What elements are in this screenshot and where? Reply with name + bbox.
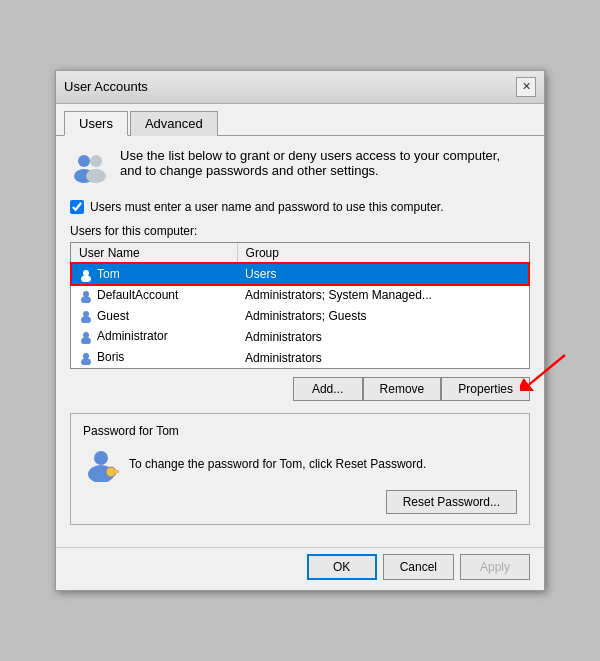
svg-point-16 [94,451,108,465]
info-row: Use the list below to grant or deny user… [70,148,530,188]
remove-button[interactable]: Remove [363,377,442,401]
must-enter-password-row: Users must enter a user name and passwor… [70,200,530,214]
user-row-icon [79,289,93,303]
close-button[interactable]: ✕ [516,77,536,97]
user-row-icon [79,268,93,282]
svg-point-2 [90,155,102,167]
must-enter-password-label: Users must enter a user name and passwor… [90,200,444,214]
tab-bar: Users Advanced [56,104,544,135]
user-icon-large [70,148,110,188]
svg-point-3 [86,169,106,183]
tab-advanced[interactable]: Advanced [130,111,218,136]
password-section-title: Password for Tom [83,424,517,438]
svg-point-11 [81,337,91,344]
svg-rect-19 [114,470,119,473]
password-description: To change the password for Tom, click Re… [129,457,517,471]
svg-line-15 [529,355,565,385]
user-row-icon [79,351,93,365]
table-row[interactable]: AdministratorAdministrators [71,326,529,347]
must-enter-password-checkbox[interactable] [70,200,84,214]
user-table-wrapper: User Name Group TomUsersDefaultAccountAd… [70,242,530,369]
svg-point-7 [81,296,91,303]
svg-point-13 [81,358,91,365]
svg-point-9 [81,316,91,323]
properties-button[interactable]: Properties [441,377,530,401]
reset-password-button[interactable]: Reset Password... [386,490,517,514]
user-row-icon [79,330,93,344]
reset-password-row: Reset Password... [83,490,517,514]
tab-content: Use the list below to grant or deny user… [56,135,544,547]
add-button[interactable]: Add... [293,377,363,401]
table-row[interactable]: TomUsers [71,263,529,284]
cancel-button[interactable]: Cancel [383,554,454,580]
col-header-username: User Name [71,243,237,264]
user-row-icon [79,309,93,323]
window-title: User Accounts [64,79,148,94]
user-accounts-window: User Accounts ✕ Users Advanced Use the l… [55,70,545,591]
bottom-button-row: OK Cancel Apply [56,547,544,590]
password-inner: To change the password for Tom, click Re… [83,446,517,482]
user-table: User Name Group TomUsersDefaultAccountAd… [71,243,529,368]
table-row[interactable]: DefaultAccountAdministrators; System Man… [71,285,529,306]
user-action-buttons: Add... Remove Properties [70,377,530,401]
title-bar: User Accounts ✕ [56,71,544,104]
table-row[interactable]: GuestAdministrators; Guests [71,306,529,327]
svg-point-5 [81,275,91,282]
tab-users[interactable]: Users [64,111,128,136]
ok-button[interactable]: OK [307,554,377,580]
apply-button[interactable]: Apply [460,554,530,580]
password-section: Password for Tom To change the password … [70,413,530,525]
password-user-icon [83,446,119,482]
table-row[interactable]: BorisAdministrators [71,347,529,368]
col-header-group: Group [237,243,529,264]
users-section-label: Users for this computer: [70,224,530,238]
svg-point-0 [78,155,90,167]
info-text: Use the list below to grant or deny user… [120,148,500,178]
